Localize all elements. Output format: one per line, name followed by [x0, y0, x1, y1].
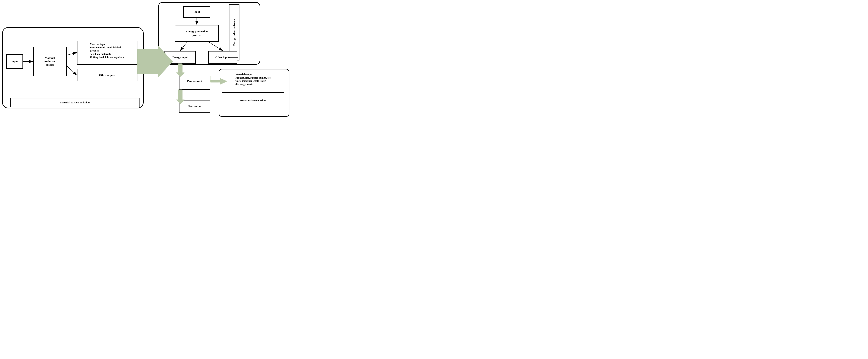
material-input-box: Material input： Raw materials, semi-fini… — [77, 40, 137, 65]
energy-production-box: Energy production process — [175, 25, 219, 42]
input-top-box: Input — [183, 6, 210, 18]
process-carbon-box: Process carbon emissions — [222, 96, 284, 105]
heat-output-box: Heat output — [179, 100, 210, 113]
process-unit-box: Process unit — [179, 73, 210, 90]
material-production-box: Material production process — [33, 47, 67, 76]
other-outputs-box: Other outputs — [77, 69, 137, 81]
energy-input-box: Energy input — [164, 51, 196, 63]
diagram: Input Material production process Materi… — [0, 0, 291, 121]
other-inputs-box: Other inputs — [208, 51, 237, 63]
material-carbon-box: Material carbon emission — [10, 98, 140, 107]
input-left-box: Input — [6, 54, 23, 69]
left-section — [2, 27, 144, 108]
material-output-box: Material output: Product, size, surface … — [222, 71, 284, 93]
